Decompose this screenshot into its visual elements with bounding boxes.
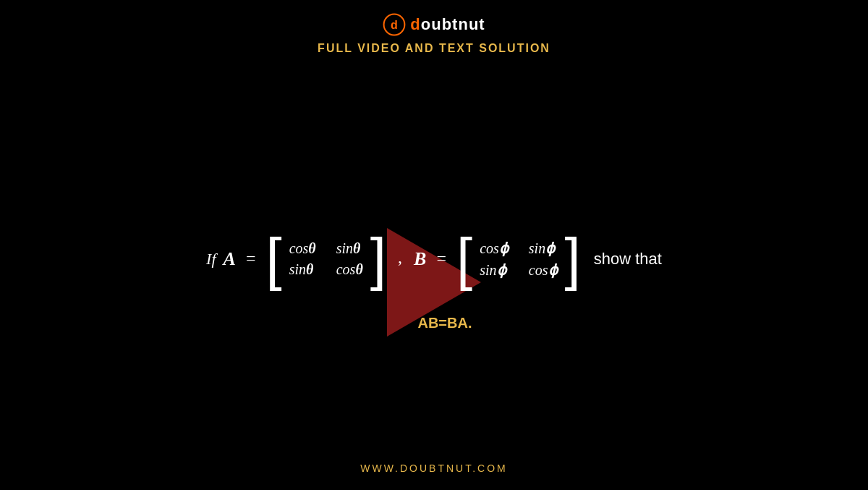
matrix-b-r1c1: cosϕ — [480, 240, 509, 257]
math-expression: If A = [ cosθ sinθ sinθ cosθ ] , B = [ c… — [206, 230, 662, 288]
footer: WWW.DOUBTNUT.COM — [360, 462, 508, 474]
matrix-b-grid: cosϕ sinϕ sinϕ cosϕ — [480, 240, 557, 279]
matrix-a-grid: cosθ sinθ sinθ cosθ — [289, 240, 363, 278]
subtitle: FULL VIDEO AND TEXT SOLUTION — [318, 42, 550, 55]
equals-sign-b: = — [436, 249, 446, 269]
svg-text:d: d — [391, 19, 398, 31]
matrix-a-r2c2: cosθ — [336, 261, 363, 278]
show-that-label: show that — [594, 250, 662, 269]
matrix-b-r2c2: cosϕ — [529, 261, 558, 279]
equals-sign: = — [246, 249, 256, 269]
logo-text: doubtnut — [410, 15, 485, 34]
if-label: If — [206, 250, 216, 269]
matrix-b-var: B — [414, 248, 426, 270]
footer-url: WWW.DOUBTNUT.COM — [360, 462, 508, 474]
logo-icon: d — [383, 13, 406, 36]
matrix-b-left-bracket: [ — [456, 230, 472, 288]
matrix-a-var: A — [224, 248, 236, 270]
matrix-b-r2c1: sinϕ — [480, 261, 509, 279]
comma-separator: , — [398, 248, 402, 270]
matrix-a-r2c1: sinθ — [289, 261, 316, 278]
matrix-b-right-bracket: ] — [565, 230, 581, 288]
matrix-b-r1c2: sinϕ — [529, 240, 558, 257]
logo-d: d — [410, 15, 420, 33]
matrix-a-r1c2: sinθ — [336, 240, 363, 257]
matrix-a-left-bracket: [ — [265, 230, 281, 288]
content-area: If A = [ cosθ sinθ sinθ cosθ ] , B = [ c… — [0, 55, 868, 462]
header: d doubtnut FULL VIDEO AND TEXT SOLUTION — [318, 13, 550, 55]
logo-container: d doubtnut — [383, 13, 485, 36]
logo-rest: oubtnut — [421, 15, 485, 33]
matrix-a-r1c1: cosθ — [289, 240, 316, 257]
matrix-a-right-bracket: ] — [370, 230, 386, 288]
